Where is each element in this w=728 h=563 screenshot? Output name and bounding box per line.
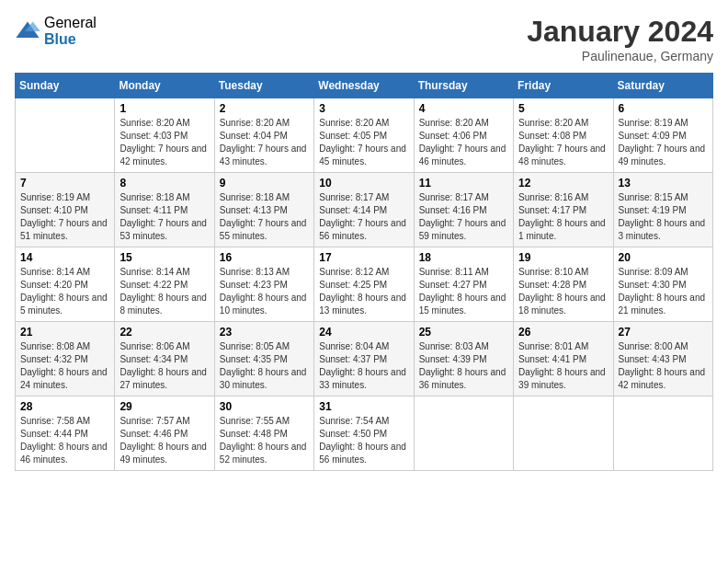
location-title: Paulinenaue, Germany — [527, 49, 713, 63]
day-info: Sunrise: 8:20 AMSunset: 4:08 PMDaylight:… — [518, 117, 608, 168]
day-number: 21 — [20, 326, 109, 339]
day-info: Sunrise: 8:17 AMSunset: 4:16 PMDaylight:… — [419, 191, 508, 243]
calendar-cell: 11 Sunrise: 8:17 AMSunset: 4:16 PMDaylig… — [414, 173, 513, 247]
calendar-cell: 5 Sunrise: 8:20 AMSunset: 4:08 PMDayligh… — [514, 98, 613, 173]
day-info: Sunrise: 7:58 AMSunset: 4:44 PMDaylight:… — [20, 415, 109, 466]
day-number: 20 — [619, 251, 708, 264]
calendar-cell: 17 Sunrise: 8:12 AMSunset: 4:25 PMDaylig… — [314, 247, 414, 322]
day-number: 23 — [220, 326, 309, 339]
header-friday: Friday — [514, 74, 613, 98]
header-thursday: Thursday — [414, 74, 513, 98]
day-info: Sunrise: 8:00 AMSunset: 4:43 PMDaylight:… — [619, 340, 708, 392]
header-saturday: Saturday — [613, 74, 712, 98]
day-number: 5 — [518, 102, 608, 115]
day-number: 6 — [619, 102, 708, 115]
day-number: 2 — [220, 102, 309, 115]
day-info: Sunrise: 7:57 AMSunset: 4:46 PMDaylight:… — [119, 415, 209, 466]
day-info: Sunrise: 8:03 AMSunset: 4:39 PMDaylight:… — [419, 340, 508, 392]
day-info: Sunrise: 8:17 AMSunset: 4:14 PMDaylight:… — [319, 191, 408, 243]
day-info: Sunrise: 8:12 AMSunset: 4:25 PMDaylight:… — [319, 266, 408, 317]
logo-general: General — [44, 15, 97, 31]
day-info: Sunrise: 8:08 AMSunset: 4:32 PMDaylight:… — [20, 340, 109, 392]
calendar-cell: 19 Sunrise: 8:10 AMSunset: 4:28 PMDaylig… — [514, 247, 613, 322]
header-monday: Monday — [115, 74, 214, 98]
calendar-cell: 4 Sunrise: 8:20 AMSunset: 4:06 PMDayligh… — [414, 98, 513, 173]
day-number: 10 — [319, 177, 408, 190]
day-number: 11 — [419, 177, 508, 190]
calendar-week-1: 7 Sunrise: 8:19 AMSunset: 4:10 PMDayligh… — [16, 173, 713, 247]
calendar-cell: 16 Sunrise: 8:13 AMSunset: 4:23 PMDaylig… — [214, 247, 313, 322]
day-info: Sunrise: 8:19 AMSunset: 4:10 PMDaylight:… — [20, 191, 109, 243]
day-number: 12 — [518, 177, 608, 190]
calendar-cell: 21 Sunrise: 8:08 AMSunset: 4:32 PMDaylig… — [16, 322, 115, 396]
calendar-cell: 12 Sunrise: 8:16 AMSunset: 4:17 PMDaylig… — [514, 173, 613, 247]
day-info: Sunrise: 7:55 AMSunset: 4:48 PMDaylight:… — [220, 415, 309, 466]
calendar-cell — [613, 396, 712, 471]
day-number: 3 — [319, 102, 408, 115]
day-info: Sunrise: 8:01 AMSunset: 4:41 PMDaylight:… — [518, 340, 608, 392]
calendar-cell — [16, 98, 115, 173]
calendar-cell: 10 Sunrise: 8:17 AMSunset: 4:14 PMDaylig… — [314, 173, 414, 247]
header-sunday: Sunday — [16, 74, 115, 98]
day-info: Sunrise: 8:13 AMSunset: 4:23 PMDaylight:… — [220, 266, 309, 317]
day-number: 26 — [518, 326, 608, 339]
day-info: Sunrise: 8:20 AMSunset: 4:06 PMDaylight:… — [419, 117, 508, 168]
calendar-cell: 13 Sunrise: 8:15 AMSunset: 4:19 PMDaylig… — [613, 173, 712, 247]
day-info: Sunrise: 8:18 AMSunset: 4:11 PMDaylight:… — [119, 191, 209, 243]
calendar-cell: 27 Sunrise: 8:00 AMSunset: 4:43 PMDaylig… — [613, 322, 712, 396]
day-number: 18 — [419, 251, 508, 264]
day-info: Sunrise: 7:54 AMSunset: 4:50 PMDaylight:… — [319, 415, 408, 466]
day-number: 27 — [619, 326, 708, 339]
title-area: January 2024 Paulinenaue, Germany — [527, 15, 713, 63]
calendar-cell: 3 Sunrise: 8:20 AMSunset: 4:05 PMDayligh… — [314, 98, 414, 173]
day-info: Sunrise: 8:20 AMSunset: 4:03 PMDaylight:… — [119, 117, 209, 168]
calendar-cell: 7 Sunrise: 8:19 AMSunset: 4:10 PMDayligh… — [16, 173, 115, 247]
calendar-cell: 8 Sunrise: 8:18 AMSunset: 4:11 PMDayligh… — [115, 173, 214, 247]
day-info: Sunrise: 8:06 AMSunset: 4:34 PMDaylight:… — [119, 340, 209, 392]
calendar-cell: 30 Sunrise: 7:55 AMSunset: 4:48 PMDaylig… — [214, 396, 313, 471]
day-number: 7 — [20, 177, 109, 190]
calendar-cell: 20 Sunrise: 8:09 AMSunset: 4:30 PMDaylig… — [613, 247, 712, 322]
calendar-week-0: 1 Sunrise: 8:20 AMSunset: 4:03 PMDayligh… — [16, 98, 713, 173]
calendar-cell: 23 Sunrise: 8:05 AMSunset: 4:35 PMDaylig… — [214, 322, 313, 396]
calendar-cell: 25 Sunrise: 8:03 AMSunset: 4:39 PMDaylig… — [414, 322, 513, 396]
day-number: 9 — [220, 177, 309, 190]
day-info: Sunrise: 8:09 AMSunset: 4:30 PMDaylight:… — [619, 266, 708, 317]
logo-icon — [15, 18, 40, 44]
calendar-cell: 24 Sunrise: 8:04 AMSunset: 4:37 PMDaylig… — [314, 322, 414, 396]
day-number: 30 — [220, 400, 309, 413]
day-info: Sunrise: 8:19 AMSunset: 4:09 PMDaylight:… — [619, 117, 708, 168]
calendar-cell: 18 Sunrise: 8:11 AMSunset: 4:27 PMDaylig… — [414, 247, 513, 322]
day-number: 1 — [119, 102, 209, 115]
day-info: Sunrise: 8:05 AMSunset: 4:35 PMDaylight:… — [220, 340, 309, 392]
header-wednesday: Wednesday — [314, 74, 414, 98]
day-number: 31 — [319, 400, 408, 413]
calendar-cell: 26 Sunrise: 8:01 AMSunset: 4:41 PMDaylig… — [514, 322, 613, 396]
day-info: Sunrise: 8:14 AMSunset: 4:22 PMDaylight:… — [119, 266, 209, 317]
calendar-cell: 6 Sunrise: 8:19 AMSunset: 4:09 PMDayligh… — [613, 98, 712, 173]
logo: General Blue — [15, 15, 97, 47]
day-number: 16 — [220, 251, 309, 264]
day-number: 29 — [119, 400, 209, 413]
day-number: 15 — [119, 251, 209, 264]
day-number: 25 — [419, 326, 508, 339]
day-number: 22 — [119, 326, 209, 339]
calendar-cell: 29 Sunrise: 7:57 AMSunset: 4:46 PMDaylig… — [115, 396, 214, 471]
calendar-cell: 1 Sunrise: 8:20 AMSunset: 4:03 PMDayligh… — [115, 98, 214, 173]
calendar-cell — [414, 396, 513, 471]
month-title: January 2024 — [527, 15, 713, 49]
day-info: Sunrise: 8:11 AMSunset: 4:27 PMDaylight:… — [419, 266, 508, 317]
day-info: Sunrise: 8:10 AMSunset: 4:28 PMDaylight:… — [518, 266, 608, 317]
day-info: Sunrise: 8:20 AMSunset: 4:05 PMDaylight:… — [319, 117, 408, 168]
calendar-cell: 2 Sunrise: 8:20 AMSunset: 4:04 PMDayligh… — [214, 98, 313, 173]
day-number: 28 — [20, 400, 109, 413]
day-number: 8 — [119, 177, 209, 190]
calendar-cell: 14 Sunrise: 8:14 AMSunset: 4:20 PMDaylig… — [16, 247, 115, 322]
day-info: Sunrise: 8:04 AMSunset: 4:37 PMDaylight:… — [319, 340, 408, 392]
calendar-cell — [514, 396, 613, 471]
calendar-cell: 15 Sunrise: 8:14 AMSunset: 4:22 PMDaylig… — [115, 247, 214, 322]
day-info: Sunrise: 8:15 AMSunset: 4:19 PMDaylight:… — [619, 191, 708, 243]
day-number: 24 — [319, 326, 408, 339]
day-number: 13 — [619, 177, 708, 190]
calendar-cell: 22 Sunrise: 8:06 AMSunset: 4:34 PMDaylig… — [115, 322, 214, 396]
